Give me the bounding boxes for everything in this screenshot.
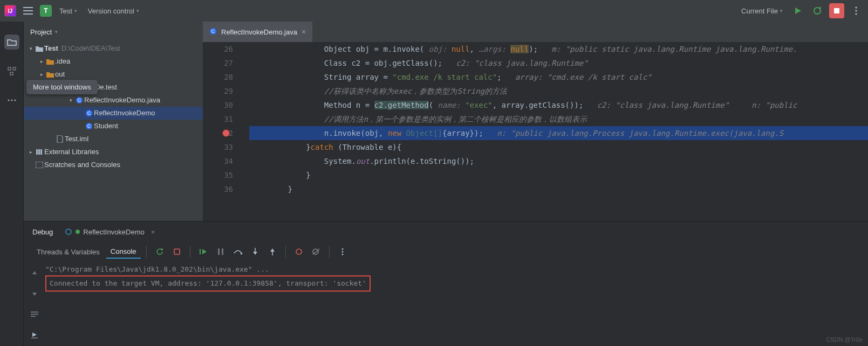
svg-rect-23 bbox=[36, 149, 38, 155]
code-lines[interactable]: Object obj = m.invoke( obj: null, …args:… bbox=[249, 42, 868, 221]
code-line[interactable]: Object obj = m.invoke( obj: null, …args:… bbox=[249, 42, 868, 56]
tree-twisty-icon[interactable]: ▸ bbox=[38, 68, 45, 81]
subtab-threads[interactable]: Threads & Variables bbox=[32, 246, 104, 258]
line-number: 27 bbox=[203, 56, 233, 70]
tree-label: .idea bbox=[55, 55, 70, 68]
debug-button[interactable] bbox=[810, 3, 825, 18]
line-number: 28 bbox=[203, 70, 233, 84]
folder-icon bbox=[45, 71, 55, 78]
tree-twisty-icon[interactable]: ▾ bbox=[67, 94, 74, 107]
more-debug-actions-button[interactable] bbox=[335, 244, 350, 259]
code-line[interactable]: Method n = c2.getMethod( name: "exec", a… bbox=[249, 98, 868, 112]
gutter[interactable]: 26 27 28 29 30 31 32 33 34 35 36 bbox=[203, 42, 249, 221]
scroll-to-end-button[interactable] bbox=[27, 327, 42, 342]
editor-tab[interactable]: C ReflectInvokeDemo.java × bbox=[203, 22, 312, 42]
separator bbox=[285, 246, 286, 258]
rerun-button[interactable] bbox=[152, 244, 167, 259]
tree-item-class-student[interactable]: C Student bbox=[24, 120, 203, 133]
more-actions-button[interactable] bbox=[849, 3, 864, 18]
console-output[interactable]: "C:\Program Files\Java\jdk1.8.0_202\bin\… bbox=[45, 261, 868, 346]
watermark: CSDN @Tr0e bbox=[826, 336, 863, 343]
tree-item-scratches[interactable]: Scratches and Consoles bbox=[24, 158, 203, 171]
view-breakpoints-button[interactable] bbox=[291, 244, 306, 259]
svg-marker-52 bbox=[32, 333, 37, 337]
tree-twisty-icon[interactable]: ▸ bbox=[38, 55, 45, 68]
svg-marker-30 bbox=[161, 248, 163, 251]
svg-point-13 bbox=[8, 99, 9, 101]
tree-label: ReflectInvokeDemo bbox=[94, 107, 155, 120]
chevron-down-icon: ▾ bbox=[136, 8, 139, 13]
center-column: More tool windows Project ▾ ▾ Test D:\Co… bbox=[24, 22, 868, 346]
svg-rect-24 bbox=[38, 149, 40, 155]
svg-rect-34 bbox=[218, 248, 220, 255]
svg-point-44 bbox=[341, 248, 343, 250]
project-dropdown[interactable]: Test ▾ bbox=[56, 5, 80, 17]
mute-breakpoints-button[interactable] bbox=[309, 244, 324, 259]
class-icon: C bbox=[209, 27, 217, 37]
tree-item-class-demo[interactable]: C ReflectInvokeDemo bbox=[24, 107, 203, 120]
code-line[interactable]: //获得该类中名称为exec，参数类型为String的方法 bbox=[249, 84, 868, 98]
soft-wrap-button[interactable] bbox=[27, 307, 42, 322]
tree-path: D:\Code\IDEA\Test bbox=[61, 42, 120, 55]
tree-twisty-icon[interactable]: ▾ bbox=[27, 42, 35, 55]
svg-rect-35 bbox=[222, 248, 223, 255]
code-line[interactable]: } bbox=[249, 182, 868, 196]
debug-run-tab[interactable]: ReflectInvokeDemo × bbox=[63, 226, 157, 238]
svg-marker-38 bbox=[253, 252, 257, 255]
editor-tab-label: ReflectInvokeDemo.java bbox=[221, 28, 297, 36]
scroll-down-button[interactable] bbox=[27, 286, 42, 301]
tree-item-java-file[interactable]: ▾ C ReflectInvokeDemo.java bbox=[24, 94, 203, 107]
code-line[interactable]: //调用方法n，第一个参数是类的实例，第二个桉树是相应的参数，以数组表示 bbox=[249, 112, 868, 126]
line-number: 34 bbox=[203, 154, 233, 168]
class-icon: C bbox=[74, 96, 84, 104]
console-rail bbox=[24, 261, 45, 346]
code-line[interactable]: String array = "cmd.exe /k start calc"; … bbox=[249, 70, 868, 84]
tree-item-iml[interactable]: Test.iml bbox=[24, 133, 203, 146]
run-button[interactable] bbox=[790, 3, 805, 18]
folder-icon bbox=[35, 45, 44, 52]
code-line-current[interactable]: n.invoke(obj, new Object[]{array}); n: "… bbox=[249, 126, 868, 140]
vcs-dropdown[interactable]: Version control ▾ bbox=[85, 5, 142, 17]
run-config-dropdown[interactable]: Current File ▾ bbox=[738, 5, 786, 17]
vcs-label: Version control bbox=[88, 7, 134, 15]
project-tool-button[interactable] bbox=[4, 34, 19, 50]
scroll-up-button[interactable] bbox=[27, 266, 42, 281]
folder-icon bbox=[45, 58, 55, 65]
svg-rect-6 bbox=[834, 8, 839, 13]
line-number: 26 bbox=[203, 42, 233, 56]
project-tree[interactable]: ▾ Test D:\Code\IDEA\Test ▸ .idea ▸ out bbox=[24, 42, 203, 221]
chevron-down-icon: ▾ bbox=[780, 8, 783, 13]
stop-button[interactable] bbox=[829, 3, 844, 18]
close-tab-icon[interactable]: × bbox=[302, 27, 306, 36]
tree-root[interactable]: ▾ Test D:\Code\IDEA\Test bbox=[24, 42, 203, 55]
code-line[interactable]: }catch (Throwable e){ bbox=[249, 140, 868, 154]
main-menu-button[interactable] bbox=[20, 3, 36, 18]
project-tool-header[interactable]: Project ▾ bbox=[24, 22, 203, 42]
tree-item-out[interactable]: ▸ out bbox=[24, 68, 203, 81]
library-icon bbox=[35, 149, 44, 155]
code-line[interactable]: } bbox=[249, 168, 868, 182]
breakpoint-icon[interactable] bbox=[222, 129, 230, 137]
code-editor[interactable]: 26 27 28 29 30 31 32 33 34 35 36 bbox=[203, 42, 868, 221]
code-line[interactable]: System.out.println(e.toString()); bbox=[249, 154, 868, 168]
more-tool-windows-button[interactable] bbox=[4, 93, 19, 108]
line-number: 29 bbox=[203, 84, 233, 98]
step-over-button[interactable] bbox=[230, 244, 245, 259]
tree-twisty-icon[interactable]: ▸ bbox=[27, 146, 35, 158]
structure-tool-button[interactable] bbox=[4, 64, 19, 79]
step-out-button[interactable] bbox=[265, 244, 280, 259]
run-config-label: Current File bbox=[741, 7, 778, 15]
editor-tabbar: C ReflectInvokeDemo.java × bbox=[203, 22, 868, 42]
resume-button[interactable] bbox=[196, 244, 211, 259]
stop-process-button[interactable] bbox=[169, 244, 184, 259]
code-line[interactable]: Class c2 = obj.getClass(); c2: "class ja… bbox=[249, 56, 868, 70]
console-body: "C:\Program Files\Java\jdk1.8.0_202\bin\… bbox=[24, 261, 868, 346]
step-into-button[interactable] bbox=[248, 244, 263, 259]
tree-label: Student bbox=[94, 120, 118, 133]
tree-item-idea[interactable]: ▸ .idea bbox=[24, 55, 203, 68]
tree-label: Scratches and Consoles bbox=[44, 158, 120, 171]
pause-button[interactable] bbox=[213, 244, 228, 259]
subtab-console[interactable]: Console bbox=[106, 245, 141, 259]
close-icon[interactable]: × bbox=[151, 228, 155, 236]
tree-item-ext-libs[interactable]: ▸ External Libraries bbox=[24, 146, 203, 158]
